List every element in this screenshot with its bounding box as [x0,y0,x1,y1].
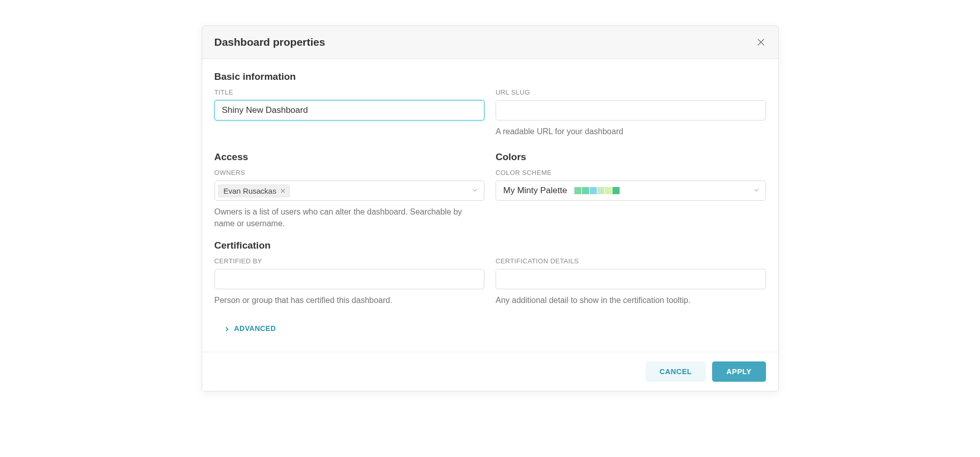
label-url-slug: URL SLUG [496,88,766,96]
owner-tag-label: Evan Rusackas [224,187,277,195]
certified-by-input[interactable] [215,269,485,289]
color-swatch [582,187,589,194]
help-owners: Owners is a list of users who can alter … [215,206,485,229]
field-certified-by: CERTIFIED BY Person or group that has ce… [215,257,485,306]
close-icon [281,189,285,193]
color-swatch [612,187,620,194]
modal-header: Dashboard properties [202,26,778,59]
color-swatch [590,187,597,194]
dashboard-properties-modal: Dashboard properties Basic information T… [202,25,779,391]
section-title-basic: Basic information [215,71,766,82]
label-owners: OWNERS [215,169,485,176]
color-scheme-select[interactable]: My Minty Palette [496,180,766,201]
close-icon [757,38,765,46]
row-access-colors: Access OWNERS Evan Rusackas [215,151,766,229]
help-certified-by: Person or group that has certified this … [215,294,485,306]
chevron-down-icon [472,186,478,195]
row-basic: TITLE URL SLUG A readable URL for your d… [215,88,766,137]
row-certification: CERTIFIED BY Person or group that has ce… [215,257,766,306]
chevron-down-icon [753,186,759,195]
owners-select[interactable]: Evan Rusackas [215,180,485,201]
section-title-colors: Colors [496,151,766,163]
advanced-toggle[interactable]: ADVANCED [215,320,282,337]
owner-tag-remove[interactable] [281,187,285,195]
field-url-slug: URL SLUG A readable URL for your dashboa… [496,88,766,137]
chevron-right-icon [225,325,229,333]
modal-body: Basic information TITLE URL SLUG A reada… [202,59,778,352]
field-certification-details: CERTIFICATION DETAILS Any additional det… [496,257,766,306]
certification-details-input[interactable] [496,269,766,289]
advanced-label: ADVANCED [234,324,276,332]
section-colors: Colors COLOR SCHEME My Minty Palette [496,151,766,229]
label-certification-details: CERTIFICATION DETAILS [496,257,766,265]
section-access: Access OWNERS Evan Rusackas [215,151,485,229]
color-swatch [597,187,604,194]
owner-tag: Evan Rusackas [218,185,290,197]
color-swatch [574,187,581,194]
color-swatch [605,187,612,194]
label-color-scheme: COLOR SCHEME [496,169,766,176]
color-swatches [574,187,620,194]
url-slug-input[interactable] [496,100,766,120]
color-scheme-name: My Minty Palette [503,186,567,196]
field-title: TITLE [215,88,485,137]
label-title: TITLE [215,88,485,96]
help-certification-details: Any additional detail to show in the cer… [496,294,766,306]
label-certified-by: CERTIFIED BY [215,257,485,265]
cancel-button[interactable]: CANCEL [646,361,706,382]
modal-footer: CANCEL APPLY [202,352,778,391]
apply-button[interactable]: APPLY [712,361,766,382]
help-url-slug: A readable URL for your dashboard [496,126,766,137]
close-button[interactable] [756,37,766,47]
section-title-certification: Certification [215,240,766,251]
modal-title: Dashboard properties [215,36,325,48]
title-input[interactable] [215,100,485,120]
section-title-access: Access [215,151,485,163]
